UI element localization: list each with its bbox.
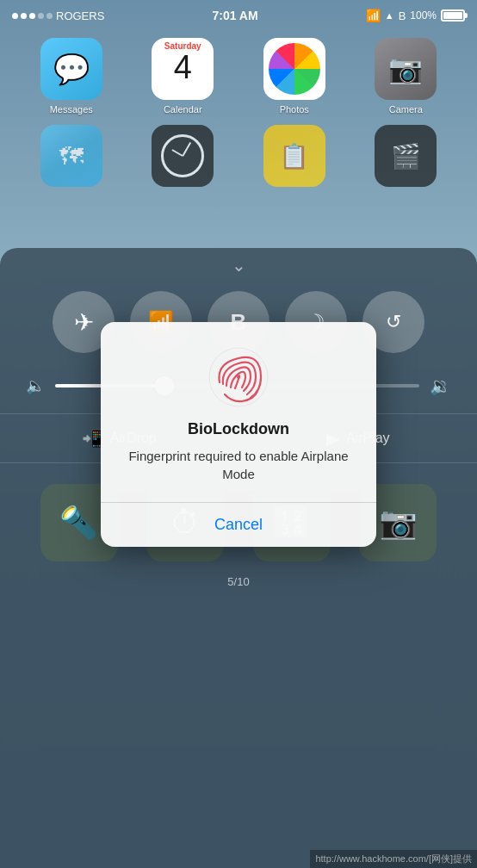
fingerprint-icon bbox=[208, 346, 269, 408]
cancel-button[interactable]: Cancel bbox=[101, 503, 376, 547]
modal-content: BioLockdown Fingerprint required to enab… bbox=[101, 322, 376, 502]
modal-title: BioLockdown bbox=[188, 420, 289, 438]
modal-overlay: BioLockdown Fingerprint required to enab… bbox=[0, 0, 477, 868]
biolockdown-dialog: BioLockdown Fingerprint required to enab… bbox=[101, 322, 376, 547]
modal-message: Fingerprint required to enable Airplane … bbox=[121, 447, 356, 483]
svg-point-1 bbox=[237, 375, 240, 379]
